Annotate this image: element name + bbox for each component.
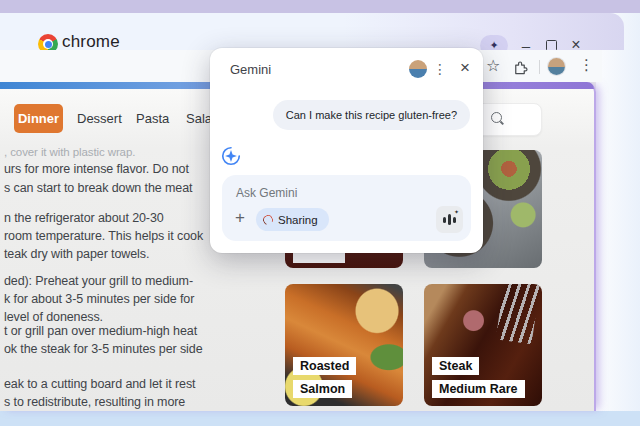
recipe-card-roasted-salmon[interactable]: Roasted Salmon (285, 284, 403, 406)
panel-avatar[interactable] (409, 60, 427, 78)
extensions-icon[interactable] (512, 59, 528, 75)
product-name: chrome (62, 32, 120, 52)
fork-image-detail (496, 284, 540, 344)
browser-menu-button[interactable]: ⋮ (579, 56, 594, 74)
add-attachment-button[interactable]: + (235, 208, 245, 228)
card-label: Steak (432, 357, 479, 375)
voice-input-button[interactable]: ✦ (436, 206, 463, 233)
composer-placeholder: Ask Gemini (236, 186, 297, 200)
composer-input[interactable]: Ask Gemini + Sharing ✦ (222, 175, 471, 241)
article-line: eak to a cutting board and let it rest (4, 377, 195, 391)
article-line: urs for more intense flavor. Do not (4, 162, 189, 176)
search-icon (491, 112, 502, 123)
article-line: s can start to break down the meat (4, 181, 192, 195)
recipe-card-steak-medium-rare[interactable]: Steak Medium Rare (424, 284, 542, 406)
article-line: k for about 3-5 minutes per side for (4, 292, 194, 306)
panel-title: Gemini (230, 62, 271, 77)
gemini-panel: Gemini ⋮ × Can I make this recipe gluten… (210, 48, 483, 253)
article-line: , cover it with plastic wrap. (4, 146, 135, 158)
toolbar-divider (539, 60, 540, 74)
sharing-chip[interactable]: Sharing (256, 208, 329, 231)
card-label: Salmon (293, 380, 352, 398)
sparkle-dot-icon: ✦ (454, 209, 459, 215)
user-message-bubble: Can I make this recipe gluten-free? (273, 100, 470, 130)
bookmark-star-icon[interactable]: ☆ (486, 56, 500, 75)
frame-bottom-strip (0, 411, 640, 426)
card-label: Medium Rare (432, 380, 525, 398)
article-line: level of doneness. (4, 310, 103, 324)
article-line: teak dry with paper towels. (4, 247, 149, 261)
profile-avatar[interactable] (548, 58, 565, 75)
waveform-icon (443, 217, 446, 223)
waveform-icon (448, 214, 451, 225)
card-label: Roasted (293, 357, 356, 375)
gemini-sparkle-icon (220, 145, 242, 167)
article-line: room temperature. This helps it cook (4, 229, 203, 243)
tab-dinner[interactable]: Dinner (14, 104, 63, 133)
frame-right-gradient (596, 13, 640, 411)
panel-close-button[interactable]: × (460, 58, 470, 78)
tab-dessert[interactable]: Dessert (77, 111, 122, 126)
sharing-chip-label: Sharing (278, 214, 318, 226)
screenshot-frame: Dinner Dessert Pasta Salad , cover it wi… (0, 0, 640, 426)
article-line: ok the steak for 3-5 minutes per side (4, 342, 203, 356)
window-titlebar: chrome ✦ – × (0, 13, 624, 50)
tab-pasta[interactable]: Pasta (136, 111, 169, 126)
waveform-icon (453, 217, 456, 223)
article-line: ded): Preheat your grill to medium- (4, 274, 193, 288)
article-line: s to redistribute, resulting in more (4, 395, 185, 409)
panel-menu-button[interactable]: ⋮ (433, 61, 447, 77)
article-line: t or grill pan over medium-high heat (4, 324, 197, 338)
sharing-eye-icon (261, 213, 274, 226)
maximize-icon (546, 40, 557, 51)
frame-top-strip (0, 0, 640, 13)
article-line: n the refrigerator about 20-30 (4, 211, 164, 225)
